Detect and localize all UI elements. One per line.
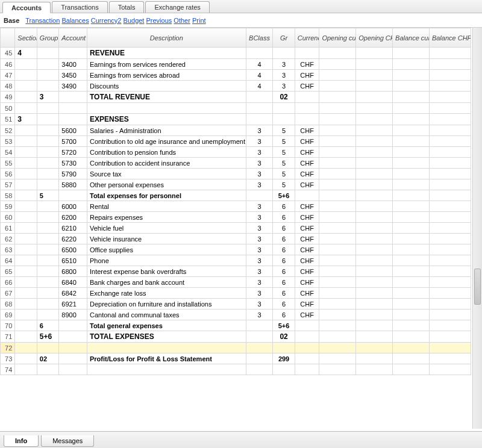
cell-opening-currency[interactable] [319,70,356,81]
cell-balance-chf[interactable] [429,212,471,223]
cell-balance-chf[interactable] [429,343,471,353]
cell-opening-currency[interactable] [319,125,356,136]
cell-opening-currency[interactable] [319,114,356,125]
cell-balance-chf[interactable] [429,223,471,234]
cell-account[interactable] [59,48,87,59]
cell-opening-currency[interactable] [319,288,356,299]
cell-balance-currency[interactable] [393,343,430,353]
cell-gr[interactable] [273,48,295,59]
subnav-link-balances[interactable]: Balances [61,17,89,24]
cell-opening-chf[interactable] [356,125,393,136]
cell-group[interactable] [37,48,59,59]
cell-opening-chf[interactable] [356,234,393,244]
col-header[interactable]: Balance currency [393,28,430,48]
cell-bclass[interactable] [246,114,273,125]
cell-description[interactable]: Contribution to accident insurance [87,158,246,169]
cell-description[interactable]: Other personal expenses [87,179,246,190]
cell-opening-chf[interactable] [356,288,393,299]
row-number[interactable]: 52 [1,125,15,136]
cell-balance-chf[interactable] [429,179,471,190]
cell-balance-currency[interactable] [393,288,430,299]
col-header[interactable]: Opening CHF [356,28,393,48]
cell-opening-chf[interactable] [356,343,393,353]
cell-currency[interactable]: CHF [295,244,319,255]
cell-balance-currency[interactable] [393,190,430,201]
cell-description[interactable]: Earnings from services rendered [87,59,246,70]
cell-account[interactable]: 5720 [59,147,87,158]
cell-balance-currency[interactable] [393,158,430,169]
cell-opening-chf[interactable] [356,158,393,169]
cell-account[interactable] [59,331,87,343]
cell-section[interactable] [15,244,37,255]
row-number[interactable]: 54 [1,147,15,158]
cell-description[interactable]: Vehicle insurance [87,234,246,244]
cell-opening-currency[interactable] [319,223,356,234]
row-number[interactable]: 64 [1,255,15,266]
cell-group[interactable] [37,244,59,255]
cell-group[interactable] [37,70,59,81]
cell-gr[interactable]: 5+6 [273,320,295,331]
cell-opening-chf[interactable] [356,48,393,59]
cell-currency[interactable]: CHF [295,223,319,234]
table-row[interactable]: 715+6TOTAL EXPENSES02 [1,331,471,343]
cell-currency[interactable] [295,353,319,364]
cell-section[interactable] [15,81,37,92]
cell-balance-currency[interactable] [393,212,430,223]
cell-opening-currency[interactable] [319,331,356,343]
cell-description[interactable]: Vehicle fuel [87,223,246,234]
row-number[interactable]: 74 [1,364,15,375]
cell-currency[interactable]: CHF [295,266,319,277]
cell-opening-currency[interactable] [319,244,356,255]
cell-currency[interactable]: CHF [295,179,319,190]
cell-description[interactable]: Interest expense bank overdrafts [87,266,246,277]
cell-opening-chf[interactable] [356,70,393,81]
cell-account[interactable] [59,114,87,125]
cell-balance-chf[interactable] [429,92,471,103]
cell-opening-currency[interactable] [319,136,356,147]
cell-balance-chf[interactable] [429,158,471,169]
row-number[interactable]: 69 [1,310,15,320]
cell-description[interactable]: Bank charges and bank account [87,277,246,288]
cell-gr[interactable]: 3 [273,59,295,70]
cell-description[interactable] [87,103,246,114]
row-number[interactable]: 49 [1,92,15,103]
cell-gr[interactable]: 02 [273,331,295,343]
cell-opening-chf[interactable] [356,147,393,158]
cell-balance-chf[interactable] [429,299,471,310]
table-row[interactable]: 535700Contribution to old age insurance … [1,136,471,147]
cell-section[interactable] [15,169,37,179]
cell-account[interactable]: 3450 [59,70,87,81]
cell-balance-currency[interactable] [393,103,430,114]
row-number[interactable]: 73 [1,353,15,364]
cell-description[interactable]: Exchange rate loss [87,288,246,299]
cell-section[interactable] [15,320,37,331]
cell-balance-chf[interactable] [429,288,471,299]
cell-section[interactable] [15,364,37,375]
cell-currency[interactable]: CHF [295,299,319,310]
cell-balance-currency[interactable] [393,92,430,103]
cell-account[interactable]: 6210 [59,223,87,234]
cell-balance-chf[interactable] [429,70,471,81]
cell-description[interactable]: Contribution to old age insurance and un… [87,136,246,147]
cell-group[interactable] [37,277,59,288]
cell-opening-currency[interactable] [319,179,356,190]
cell-group[interactable] [37,114,59,125]
cell-gr[interactable]: 6 [273,234,295,244]
cell-description[interactable]: Cantonal and communal taxes [87,310,246,320]
cell-balance-currency[interactable] [393,255,430,266]
cell-opening-currency[interactable] [319,190,356,201]
cell-gr[interactable]: 5 [273,179,295,190]
cell-account[interactable]: 8900 [59,310,87,320]
subnav-link-other[interactable]: Other [174,17,190,24]
cell-section[interactable] [15,190,37,201]
cell-section[interactable] [15,266,37,277]
cell-description[interactable] [87,343,246,353]
cell-opening-chf[interactable] [356,114,393,125]
cell-section[interactable] [15,158,37,169]
cell-balance-chf[interactable] [429,234,471,244]
cell-account[interactable]: 6800 [59,266,87,277]
grid-scroll[interactable]: SectionGroupAccountDescriptionBClassGrCu… [0,28,472,429]
cell-section[interactable] [15,223,37,234]
cell-gr[interactable]: 5 [273,147,295,158]
cell-opening-chf[interactable] [356,81,393,92]
